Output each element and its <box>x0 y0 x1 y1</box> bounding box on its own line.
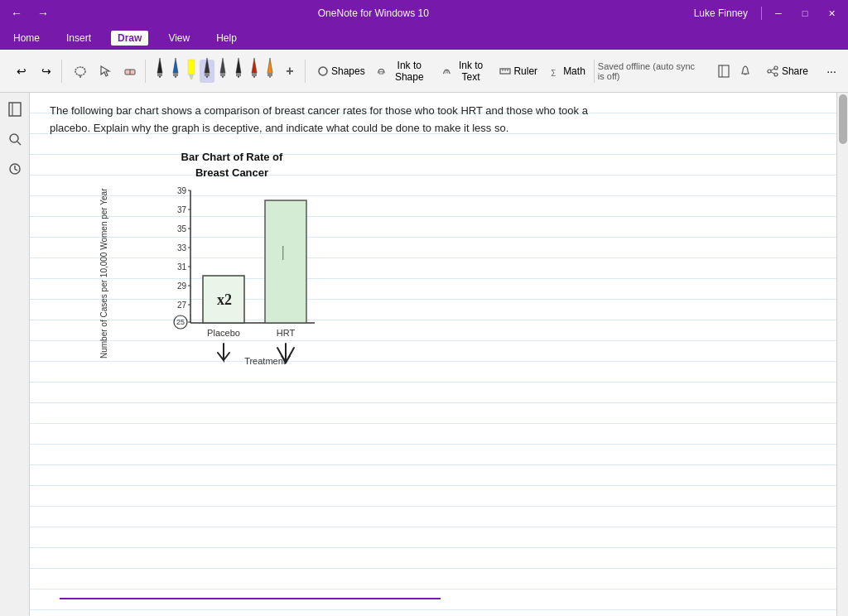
eraser-button[interactable] <box>118 60 142 83</box>
ruler-button[interactable]: Ruler <box>494 60 542 83</box>
math-icon: ∑ <box>549 65 561 77</box>
app-title: OneNote for Windows 10 <box>53 7 694 19</box>
svg-text:x2: x2 <box>217 291 232 308</box>
svg-rect-13 <box>220 73 225 76</box>
svg-point-20 <box>319 67 327 75</box>
y-axis-label: Number of Cases per 10,000 Women per Yea… <box>99 182 149 364</box>
svg-point-0 <box>75 67 85 75</box>
svg-point-37 <box>10 134 18 142</box>
svg-rect-21 <box>379 71 383 73</box>
svg-rect-7 <box>173 73 178 76</box>
share-icon <box>767 65 778 77</box>
svg-marker-9 <box>189 75 194 79</box>
page-bottom-line <box>60 598 441 599</box>
more-button[interactable]: ··· <box>822 60 841 83</box>
pen-blue[interactable] <box>168 60 183 83</box>
ink-to-text-button[interactable]: A Ink to Text <box>437 60 493 83</box>
share-button[interactable]: Share <box>760 62 815 80</box>
pen-dark3[interactable] <box>231 60 246 83</box>
right-scrollbar[interactable] <box>836 93 848 616</box>
bar-chart-svg: 39 37 35 33 31 29 27 <box>149 182 331 348</box>
svg-rect-8 <box>188 60 195 75</box>
maximize-button[interactable]: □ <box>795 3 815 23</box>
svg-text:∑: ∑ <box>551 68 556 76</box>
chart-title-line1: Bar Chart of Rate of <box>99 151 364 163</box>
toolbar: ↩ ↪ <box>0 50 848 93</box>
svg-rect-15 <box>236 73 241 76</box>
undo-button[interactable]: ↩ <box>10 60 33 83</box>
svg-text:37: 37 <box>177 205 187 214</box>
forward-button[interactable]: → <box>33 3 53 23</box>
window-controls: Luke Finney ─ □ ✕ <box>694 3 841 23</box>
back-button[interactable]: ← <box>7 3 26 23</box>
chart-area: Bar Chart of Rate of Breast Cancer Numbe… <box>99 151 364 366</box>
nav-bar: Home Insert Draw View Help <box>0 26 848 50</box>
svg-rect-35 <box>9 103 21 116</box>
nav-home[interactable]: Home <box>7 31 46 46</box>
add-pen-button[interactable]: + <box>278 60 301 83</box>
nav-help[interactable]: Help <box>210 31 243 46</box>
pen-dark-selected[interactable] <box>200 60 214 83</box>
svg-text:35: 35 <box>177 224 187 233</box>
svg-text:HRT: HRT <box>277 328 296 338</box>
nav-insert[interactable]: Insert <box>60 31 98 46</box>
svg-text:29: 29 <box>177 282 187 291</box>
pen-red[interactable] <box>247 60 262 83</box>
tools-group <box>65 60 146 83</box>
main-layout: The following bar chart shows a comparis… <box>0 93 848 616</box>
page-content[interactable]: The following bar chart shows a comparis… <box>30 93 836 616</box>
ruler-icon <box>499 65 511 77</box>
svg-text:33: 33 <box>177 243 187 253</box>
left-sidebar <box>0 93 30 616</box>
minimize-button[interactable]: ─ <box>768 3 788 23</box>
nav-draw[interactable]: Draw <box>111 31 148 46</box>
shapes-icon <box>317 65 329 77</box>
svg-text:31: 31 <box>177 262 187 272</box>
svg-line-34 <box>771 72 774 74</box>
hrt-bar <box>265 200 306 323</box>
question-text: The following bar chart shows a comparis… <box>50 103 613 137</box>
pen-yellow-highlight[interactable] <box>184 60 199 83</box>
shapes-button[interactable]: Shapes <box>312 60 370 83</box>
svg-rect-17 <box>252 73 257 76</box>
pen-dark2[interactable] <box>215 60 230 83</box>
svg-line-33 <box>771 69 774 70</box>
ink-to-shape-button[interactable]: Ink to Shape <box>372 60 436 83</box>
ink-text-icon: A <box>442 65 451 77</box>
toolbar-right: Saved offline (auto sync is off) Share ·… <box>598 60 841 83</box>
chart-title-line2: Breast Cancer <box>99 166 364 179</box>
redo-button[interactable]: ↪ <box>35 60 58 83</box>
title-bar-nav: ← → <box>7 3 53 23</box>
bell-button[interactable] <box>738 60 754 83</box>
select-button[interactable] <box>94 60 117 83</box>
pens-group: + <box>149 60 306 83</box>
shapes-tools-group: Shapes Ink to Shape A Ink to Text Ruler … <box>309 60 595 83</box>
page-inner: The following bar chart shows a comparis… <box>30 93 836 590</box>
lasso-button[interactable] <box>69 60 92 83</box>
svg-text:Placebo: Placebo <box>207 328 240 338</box>
svg-text:39: 39 <box>177 186 187 195</box>
pen-orange[interactable] <box>263 60 277 83</box>
math-button[interactable]: ∑ Math <box>544 60 590 83</box>
svg-rect-11 <box>205 73 210 76</box>
close-button[interactable]: ✕ <box>822 3 841 23</box>
save-status: Saved offline (auto sync is off) <box>598 61 702 81</box>
pen-black[interactable] <box>152 60 167 83</box>
svg-point-32 <box>774 73 778 76</box>
chart-container: Number of Cases per 10,000 Women per Yea… <box>99 182 364 364</box>
svg-rect-28 <box>719 65 729 77</box>
sidebar-history-icon[interactable] <box>5 159 25 179</box>
nav-view[interactable]: View <box>161 31 196 46</box>
svg-point-30 <box>774 66 778 70</box>
svg-text:25: 25 <box>176 318 185 326</box>
scrollbar-thumb[interactable] <box>839 94 847 144</box>
sidebar-search-icon[interactable] <box>5 129 25 149</box>
svg-text:27: 27 <box>177 301 187 310</box>
svg-text:A: A <box>446 70 449 75</box>
user-name: Luke Finney <box>694 7 748 19</box>
svg-text:|: | <box>282 243 285 260</box>
sidebar-notebooks-icon[interactable] <box>5 99 25 119</box>
notebook-button[interactable] <box>716 60 731 83</box>
undo-redo-group: ↩ ↪ <box>7 60 62 83</box>
svg-point-31 <box>768 70 771 73</box>
